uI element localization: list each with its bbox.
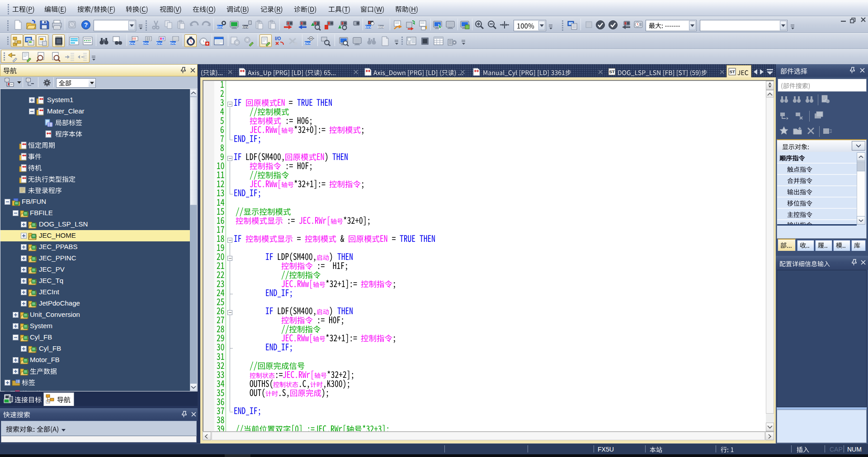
svg-text:Dev: Dev [217,25,224,29]
svg-text:Dev: Dev [242,25,249,29]
svg-text:Dev: Dev [378,25,385,29]
svg-text:Dev: Dev [156,41,163,45]
svg-text:ST: ST [729,69,735,74]
svg-text:?: ? [84,21,88,28]
svg-text:Dev: Dev [129,41,136,45]
svg-text:I/O: I/O [275,36,281,41]
svg-text:Dev: Dev [305,41,311,45]
svg-text:Dev: Dev [365,25,372,29]
svg-text:Dev: Dev [170,41,177,45]
svg-text:Dev: Dev [143,41,150,45]
svg-text:ST: ST [609,69,614,74]
